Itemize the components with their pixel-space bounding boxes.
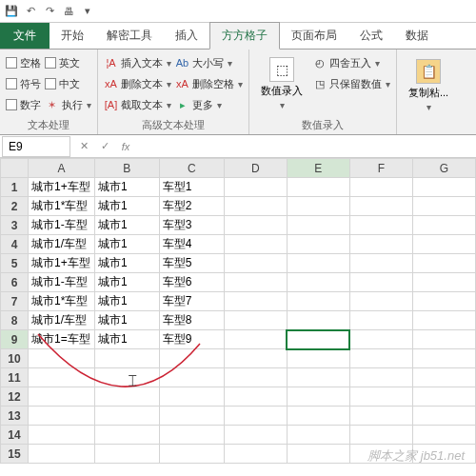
cell-D5[interactable] [224,254,287,273]
col-header[interactable]: C [159,159,224,178]
tab-ffgz[interactable]: 方方格子 [209,22,280,50]
col-header[interactable]: D [224,159,287,178]
cell-E9[interactable] [287,330,349,349]
row-header[interactable]: 2 [1,197,29,216]
cell-F14[interactable] [349,426,412,445]
cell-A11[interactable] [28,368,94,387]
cell-G6[interactable] [412,273,475,292]
cell-B14[interactable] [94,426,159,445]
cell-F10[interactable] [349,349,412,368]
tab-file[interactable]: 文件 [0,23,50,49]
tab-insert[interactable]: 插入 [164,23,209,49]
cell-D13[interactable] [224,407,287,426]
cell-E1[interactable] [287,178,349,197]
btn-del-space[interactable]: xA删除空格▾ [175,74,243,93]
cell-A8[interactable]: 城市1/车型 [28,311,94,330]
cell-B9[interactable]: 城市1 [94,330,159,349]
cell-G9[interactable] [412,330,475,349]
btn-insert-text[interactable]: ¦A插入文本▾ [104,53,171,72]
tab-data[interactable]: 数据 [394,23,440,49]
row-header[interactable]: 4 [1,235,29,254]
col-header[interactable]: A [28,159,94,178]
cell-E11[interactable] [287,368,349,387]
cell-C7[interactable]: 车型7 [159,292,224,311]
cell-B8[interactable]: 城市1 [94,311,159,330]
cell-G14[interactable] [412,426,475,445]
qat-more-icon[interactable]: ▾ [80,4,95,19]
spreadsheet-grid[interactable]: ABCDEFG1城市1+车型城市1车型12城市1*车型城市1车型23城市1-车型… [0,158,476,464]
cell-B13[interactable] [94,407,159,426]
cell-G13[interactable] [412,407,475,426]
cell-C8[interactable]: 车型8 [159,311,224,330]
cell-G2[interactable] [412,197,475,216]
cell-E2[interactable] [287,197,349,216]
row-header[interactable]: 14 [1,426,29,445]
cell-A9[interactable]: 城市1=车型 [28,330,94,349]
row-header[interactable]: 5 [1,254,29,273]
undo-icon[interactable]: ↶ [23,4,38,19]
cell-F7[interactable] [349,292,412,311]
cell-D11[interactable] [224,368,287,387]
cell-B1[interactable]: 城市1 [94,178,159,197]
row-header[interactable]: 1 [1,178,29,197]
cell-F13[interactable] [349,407,412,426]
cell-D15[interactable] [224,445,287,464]
cell-F3[interactable] [349,216,412,235]
row-header[interactable]: 9 [1,330,29,349]
cell-B10[interactable] [94,349,159,368]
cell-C5[interactable]: 车型5 [159,254,224,273]
col-header[interactable]: F [349,159,412,178]
cell-G4[interactable] [412,235,475,254]
cell-B2[interactable]: 城市1 [94,197,159,216]
btn-trim-text[interactable]: [A]截取文本▾ [104,95,171,114]
col-header[interactable]: B [94,159,159,178]
cell-G8[interactable] [412,311,475,330]
cell-D3[interactable] [224,216,287,235]
cell-F1[interactable] [349,178,412,197]
row-header[interactable]: 11 [1,368,29,387]
cell-C12[interactable] [159,387,224,407]
cell-B5[interactable]: 城市1 [94,254,159,273]
chk-number[interactable]: 数字 [6,95,41,114]
cell-A10[interactable] [28,349,94,368]
cell-G12[interactable] [412,387,475,407]
cell-F11[interactable] [349,368,412,387]
redo-icon[interactable]: ↷ [42,4,57,19]
cell-F5[interactable] [349,254,412,273]
cell-A15[interactable] [28,445,94,464]
cell-B12[interactable] [94,387,159,407]
row-header[interactable]: 7 [1,292,29,311]
cell-E12[interactable] [287,387,349,407]
print-icon[interactable]: 🖶 [61,4,76,19]
cell-B7[interactable]: 城市1 [94,292,159,311]
cell-A3[interactable]: 城市1-车型 [28,216,94,235]
cell-B4[interactable]: 城市1 [94,235,159,254]
cell-E14[interactable] [287,426,349,445]
chk-chinese[interactable]: 中文 [45,74,91,93]
cell-B11[interactable] [94,368,159,387]
cell-G3[interactable] [412,216,475,235]
cell-C1[interactable]: 车型1 [159,178,224,197]
tab-layout[interactable]: 页面布局 [280,23,348,49]
cell-B3[interactable]: 城市1 [94,216,159,235]
cell-A14[interactable] [28,426,94,445]
cell-F6[interactable] [349,273,412,292]
cell-D1[interactable] [224,178,287,197]
btn-delete-text[interactable]: xA删除文本▾ [104,74,171,93]
cell-A6[interactable]: 城市1-车型 [28,273,94,292]
cell-G10[interactable] [412,349,475,368]
cell-C11[interactable] [159,368,224,387]
cell-E7[interactable] [287,292,349,311]
row-header[interactable]: 3 [1,216,29,235]
cell-F12[interactable] [349,387,412,407]
btn-round[interactable]: ◴四舍五入▾ [312,53,390,72]
cell-D2[interactable] [224,197,287,216]
name-box[interactable]: E9 [2,136,70,157]
cell-E10[interactable] [287,349,349,368]
cell-A2[interactable]: 城市1*车型 [28,197,94,216]
cancel-icon[interactable]: ✕ [76,140,91,152]
btn-execute[interactable]: ✶执行▾ [45,95,91,114]
row-header[interactable]: 15 [1,445,29,464]
cell-D10[interactable] [224,349,287,368]
col-header[interactable]: G [412,159,475,178]
